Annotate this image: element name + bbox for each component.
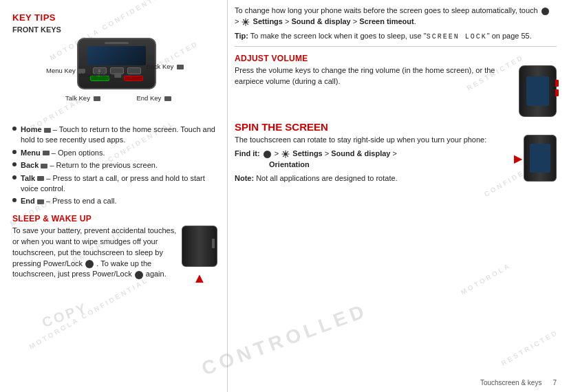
volume-phone-body: [519, 65, 557, 117]
phone-end-key: [124, 76, 143, 81]
phone-side-container: ▲: [182, 226, 217, 288]
spin-phone-illustration: ▶: [524, 135, 557, 182]
power-lock-icon-2: [135, 271, 143, 279]
bullet-dot: [12, 162, 17, 166]
talk-icon: [37, 176, 44, 181]
bullet-list: Home – Touch to return to the home scree…: [12, 124, 217, 207]
spin-phone-screen: [530, 144, 550, 173]
end-icon: [37, 199, 44, 204]
back-key-label: Back Key: [146, 63, 184, 70]
phone-speaker: [105, 42, 129, 44]
spin-phone-body: [524, 135, 557, 182]
sleep-body: ▲ To save your battery, prevent accident…: [12, 226, 217, 281]
right-column: To change how long your phone waits befo…: [227, 0, 569, 392]
volume-down-btn: [555, 89, 559, 96]
sound-display-text-2: Sound & display: [331, 149, 390, 157]
end-key-icon-small: [164, 96, 171, 101]
gear-icon: [241, 18, 250, 26]
sleep-heading: SLEEP & WAKE UP: [12, 214, 217, 224]
home-icon: [44, 128, 51, 133]
screen-timeout-text: Screen timeout: [359, 17, 414, 25]
home-key-label: Home Key: [80, 71, 121, 78]
adjust-volume-section: Press the volume keys to change the ring…: [235, 65, 557, 117]
bullet-dot: [12, 198, 17, 202]
bullet-dot: [12, 127, 17, 131]
list-item: Home – Touch to return to the home scree…: [12, 124, 217, 146]
key-name-menu: Menu: [21, 149, 41, 157]
adjust-volume-body: Press the volume keys to change the ring…: [235, 65, 512, 87]
find-it-gear-icon: [281, 150, 290, 158]
phone-speaker-area: [78, 39, 155, 44]
phone-side-image: [182, 226, 217, 267]
note-body: Not all applications are designed to rot…: [256, 174, 397, 182]
home-key-icon-small: [114, 73, 121, 78]
find-it-section: Find it: > Settings > Sound & display > …: [235, 149, 517, 171]
list-item: Back – Return to the previous screen.: [12, 160, 217, 171]
find-it-circle-icon: [264, 151, 271, 158]
settings-text-2: Settings: [292, 149, 322, 157]
phone-body: ≡: [77, 38, 156, 89]
key-name-home: Home: [21, 125, 42, 133]
spin-section: SPIN THE SCREEN The touchscreen can rota…: [235, 121, 557, 184]
screen-timeout-section: To change how long your phone waits befo…: [235, 6, 557, 28]
phone-back-key: [127, 67, 141, 74]
orientation-text: Orientation: [269, 160, 310, 168]
footer-page: 7: [552, 379, 557, 386]
key-name-talk: Talk: [21, 174, 35, 182]
bullet-dot: [12, 175, 17, 179]
footer: Touchscreen & keys 7: [480, 379, 557, 386]
key-name-end: End: [21, 197, 35, 205]
tip-label: Tip:: [235, 32, 248, 40]
back-icon: [41, 164, 47, 168]
volume-phone-screen: [526, 76, 549, 106]
spin-heading: SPIN THE SCREEN: [235, 121, 557, 133]
adjust-volume-heading: ADJUST VOLUME: [235, 54, 557, 63]
spin-body: The touchscreen can rotate to stay right…: [235, 135, 517, 146]
menu-icon: [43, 151, 50, 155]
list-item: End – Press to end a call.: [12, 196, 217, 206]
spin-arrow-icon: ▶: [514, 152, 522, 165]
list-item: Talk – Press to start a call, or press a…: [12, 173, 217, 195]
end-key-label: End Key: [136, 94, 171, 102]
bullet-dot: [12, 150, 17, 154]
menu-key-label: Menu Key: [46, 67, 85, 74]
sound-display-text-1: Sound & display: [292, 17, 351, 25]
divider: [235, 46, 557, 47]
note-section: Note: Not all applications are designed …: [235, 173, 517, 184]
page: MOTOROLA CONFIDENTIAL RESTRICTED PROPRIE…: [0, 0, 569, 392]
power-button: [212, 239, 215, 248]
arrow-up-icon: ▲: [182, 268, 217, 288]
talk-key-label: Talk Key: [65, 94, 100, 102]
power-lock-icon: [85, 260, 94, 268]
volume-up-btn: [555, 80, 559, 87]
phone-circle-icon: [541, 8, 549, 15]
footer-label: Touchscreen & keys: [480, 379, 542, 386]
find-it-label: Find it:: [235, 149, 260, 157]
talk-key-icon-small: [94, 96, 100, 101]
tip-section: Tip: To make the screen lock when it goe…: [235, 31, 557, 43]
volume-phone-illustration: [519, 65, 557, 117]
key-name-back: Back: [21, 161, 39, 169]
back-key-icon-small: [177, 65, 184, 69]
note-label: Note:: [235, 174, 254, 182]
left-column: KEY TIPS FRONT KEYS ≡: [0, 0, 227, 392]
phone-screen: [87, 46, 146, 65]
key-tips-heading: KEY TIPS: [12, 12, 217, 23]
screen-lock-text: SCREEN LOCK: [427, 33, 487, 41]
phone-diagram: ≡ Menu Key Home Key: [46, 38, 184, 120]
front-keys-heading: FRONT KEYS: [12, 25, 217, 34]
settings-text: Settings: [253, 17, 283, 25]
list-item: Menu – Open options.: [12, 148, 217, 158]
